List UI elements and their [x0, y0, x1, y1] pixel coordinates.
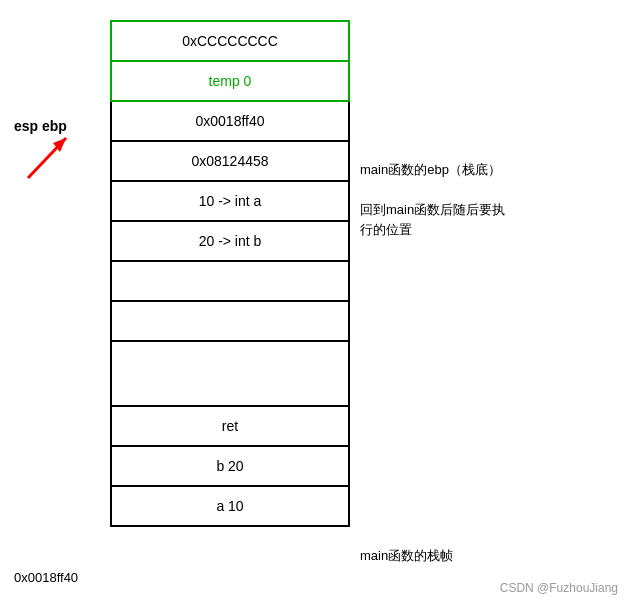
table-row: 20 -> int b [111, 221, 349, 261]
cell-int-a: 10 -> int a [111, 181, 349, 221]
ann2-line1: 回到main函数后随后要执 [360, 200, 505, 220]
table-row: temp 0 [111, 61, 349, 101]
cell-ret-addr: 0x08124458 [111, 141, 349, 181]
table-row [111, 301, 349, 341]
table-row: 0xCCCCCCCC [111, 21, 349, 61]
ann2-line2: 行的位置 [360, 220, 505, 240]
watermark-label: CSDN @FuzhouJiang [500, 581, 618, 595]
cell-temp: temp 0 [111, 61, 349, 101]
table-row [111, 261, 349, 301]
cell-b: b 20 [111, 446, 349, 486]
arrow-icon [18, 128, 78, 183]
main-container: esp ebp 0xCCCCCCCC temp 0 [0, 0, 632, 613]
cell-empty1 [111, 261, 349, 301]
cell-empty3 [111, 341, 349, 406]
table-row [111, 341, 349, 406]
annotation-ebp: main函数的ebp（栈底） [360, 161, 501, 179]
table-row: b 20 [111, 446, 349, 486]
table-row: 10 -> int a [111, 181, 349, 221]
cell-ret: ret [111, 406, 349, 446]
table-row: a 10 [111, 486, 349, 526]
cell-ebp-val: 0x0018ff40 [111, 101, 349, 141]
cell-empty2 [111, 301, 349, 341]
table-row: ret [111, 406, 349, 446]
temp-value: temp 0 [209, 73, 252, 89]
cell-cccc: 0xCCCCCCCC [111, 21, 349, 61]
stack-diagram: 0xCCCCCCCC temp 0 0x0018ff40 [110, 20, 350, 527]
cccc-value: 0xCCCCCCCC [182, 33, 278, 49]
table-row: 0x08124458 [111, 141, 349, 181]
table-row: 0x0018ff40 [111, 101, 349, 141]
main-frame-label: main函数的栈帧 [360, 547, 453, 565]
stack-table: 0xCCCCCCCC temp 0 0x0018ff40 [110, 20, 350, 527]
annotation-ret: 回到main函数后随后要执 行的位置 [360, 200, 505, 239]
cell-int-b: 20 -> int b [111, 221, 349, 261]
cell-a: a 10 [111, 486, 349, 526]
bottom-addr-label: 0x0018ff40 [14, 570, 78, 585]
